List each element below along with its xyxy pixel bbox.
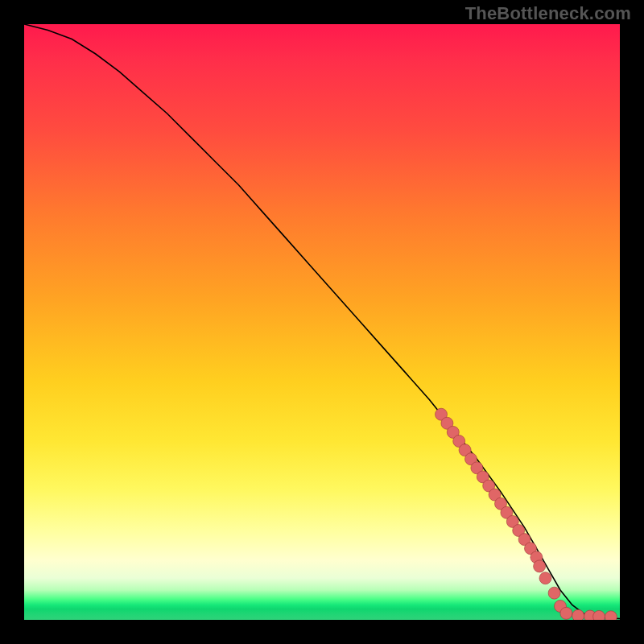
- bottleneck-curve: [24, 24, 620, 619]
- data-point: [534, 560, 546, 572]
- data-point: [560, 607, 572, 619]
- plot-area: [24, 24, 620, 620]
- chart-overlay: [24, 24, 620, 620]
- data-point: [548, 587, 560, 599]
- points-group: [436, 408, 617, 620]
- chart-frame: TheBottleneck.com: [0, 0, 644, 644]
- data-point: [539, 572, 551, 584]
- data-point: [593, 610, 605, 620]
- data-point: [605, 611, 617, 620]
- curve-group: [24, 24, 620, 619]
- data-point: [572, 609, 584, 620]
- watermark-text: TheBottleneck.com: [465, 3, 631, 24]
